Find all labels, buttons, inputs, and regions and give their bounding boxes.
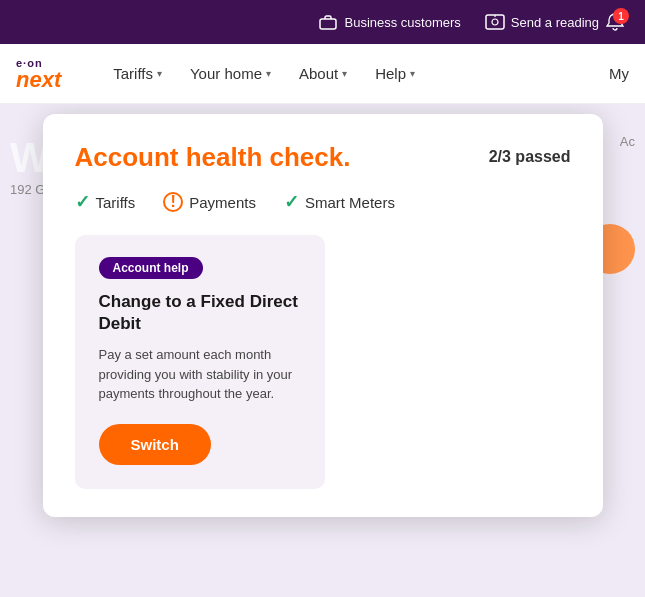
check-smart-meters-label: Smart Meters <box>305 194 395 211</box>
nav-tariffs-label: Tariffs <box>113 65 153 82</box>
modal-title: Account health check. <box>75 142 351 173</box>
modal-passed: 2/3 passed <box>489 148 571 166</box>
notification-wrap: 1 <box>605 12 625 32</box>
check-tariffs: ✓ Tariffs <box>75 191 136 213</box>
send-reading-label: Send a reading <box>511 15 599 30</box>
nav-bar: e·on next Tariffs ▾ Your home ▾ About ▾ … <box>0 44 645 104</box>
briefcase-icon <box>318 12 338 32</box>
nav-help-label: Help <box>375 65 406 82</box>
nav-about-label: About <box>299 65 338 82</box>
svg-rect-0 <box>320 19 336 29</box>
page-background: Wo 192 G Ac t paympaymenment iss afteris… <box>0 104 645 597</box>
chevron-down-icon: ▾ <box>157 68 162 79</box>
nav-your-home-label: Your home <box>190 65 262 82</box>
card-badge: Account help <box>99 257 203 279</box>
modal-overlay: Account health check. 2/3 passed ✓ Tarif… <box>0 104 645 597</box>
modal-header: Account health check. 2/3 passed <box>75 142 571 173</box>
check-tariffs-label: Tariffs <box>96 194 136 211</box>
chevron-down-icon: ▾ <box>266 68 271 79</box>
check-icon-green-2: ✓ <box>284 191 299 213</box>
nav-your-home[interactable]: Your home ▾ <box>178 57 283 90</box>
nav-my-label: My <box>609 65 629 82</box>
switch-button[interactable]: Switch <box>99 424 211 465</box>
svg-point-2 <box>492 19 498 25</box>
business-customers-link[interactable]: Business customers <box>318 12 460 32</box>
check-icon-green: ✓ <box>75 191 90 213</box>
modal-checks: ✓ Tariffs ! Payments ✓ Smart Meters <box>75 191 571 213</box>
nav-about[interactable]: About ▾ <box>287 57 359 90</box>
chevron-down-icon: ▾ <box>342 68 347 79</box>
card-description: Pay a set amount each month providing yo… <box>99 345 301 404</box>
nav-tariffs[interactable]: Tariffs ▾ <box>101 57 174 90</box>
business-customers-label: Business customers <box>344 15 460 30</box>
account-health-modal: Account health check. 2/3 passed ✓ Tarif… <box>43 114 603 517</box>
logo[interactable]: e·on next <box>16 57 61 91</box>
top-bar: Business customers Send a reading 1 <box>0 0 645 44</box>
nav-items: Tariffs ▾ Your home ▾ About ▾ Help ▾ <box>101 57 609 90</box>
svg-rect-1 <box>486 15 504 29</box>
chevron-down-icon: ▾ <box>410 68 415 79</box>
check-payments-label: Payments <box>189 194 256 211</box>
logo-next: next <box>16 69 61 91</box>
check-smart-meters: ✓ Smart Meters <box>284 191 395 213</box>
warning-icon: ! <box>163 192 183 212</box>
account-help-card: Account help Change to a Fixed Direct De… <box>75 235 325 489</box>
check-payments: ! Payments <box>163 192 256 212</box>
nav-help[interactable]: Help ▾ <box>363 57 427 90</box>
nav-my[interactable]: My <box>609 65 629 82</box>
card-title: Change to a Fixed Direct Debit <box>99 291 301 335</box>
meter-icon <box>485 12 505 32</box>
notification-badge: 1 <box>613 8 629 24</box>
send-reading-link[interactable]: Send a reading 1 <box>485 12 625 32</box>
